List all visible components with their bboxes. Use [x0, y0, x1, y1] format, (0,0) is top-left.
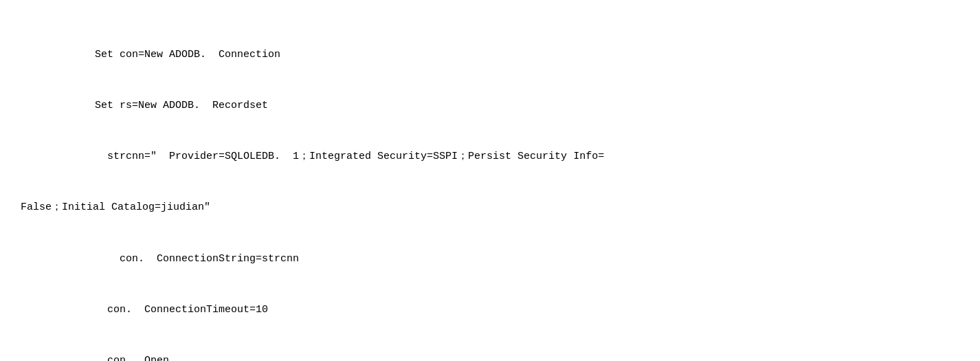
code-line-2: Set rs=New ADODB. Recordset: [21, 98, 959, 115]
code-line-6: con. ConnectionTimeout=10: [21, 302, 959, 319]
code-line-5: con. ConnectionString=strcnn: [21, 251, 959, 268]
code-display: Set con=New ADODB. Connection Set rs=New…: [21, 12, 959, 361]
code-line-4: False；Initial Catalog=jiudian": [21, 199, 959, 217]
code-line-3: strcnn=" Provider=SQLOLEDB. 1；Integrated…: [21, 149, 959, 166]
code-line-7: con. Open: [21, 353, 959, 361]
code-line-1: Set con=New ADODB. Connection: [21, 47, 959, 64]
